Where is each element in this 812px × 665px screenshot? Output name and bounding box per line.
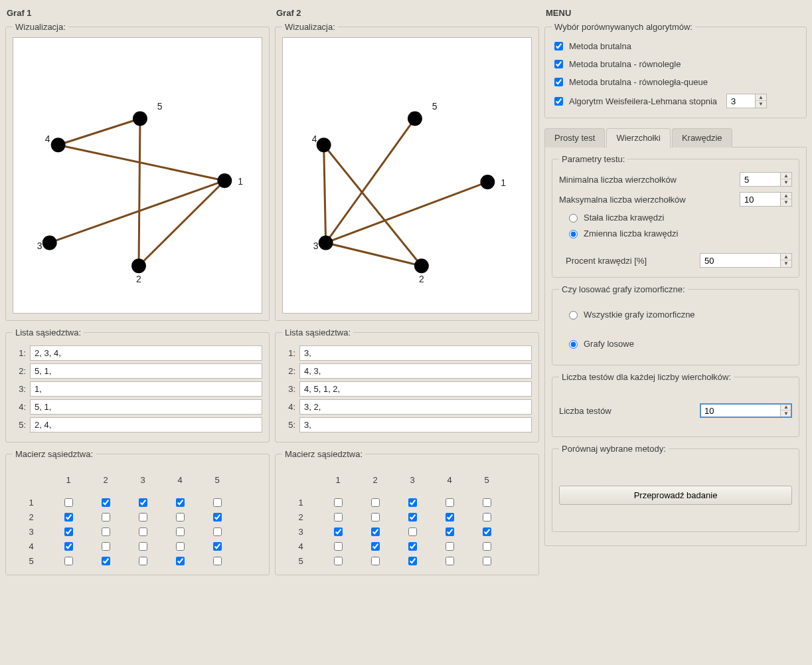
run-button[interactable]: Przeprowadź badanie <box>559 486 792 505</box>
graf2-matrix-cell-4-1[interactable] <box>334 542 343 551</box>
pct-down-icon[interactable]: ▼ <box>781 260 791 267</box>
iso-all-radio[interactable] <box>569 311 578 320</box>
graf1-matrix-cell-1-1[interactable] <box>64 498 73 507</box>
graf1-adj-input-1[interactable] <box>30 345 262 361</box>
tab-vertices[interactable]: Wierzchołki <box>606 128 670 147</box>
min-v-down-icon[interactable]: ▼ <box>781 179 791 186</box>
graf2-matrix-cell-2-4[interactable] <box>446 513 454 522</box>
graf2-title: Graf 2 <box>275 5 539 22</box>
graf2-matrix-cell-3-1[interactable] <box>334 527 343 536</box>
graf1-matrix-cell-2-3[interactable] <box>139 513 147 522</box>
algo-brute-par-q-check[interactable] <box>554 78 563 86</box>
algo-wl-check[interactable] <box>554 97 563 106</box>
graf1-viz-label: Wizualizacja: <box>13 22 68 32</box>
graf1-matrix-cell-1-5[interactable] <box>213 498 222 507</box>
wl-degree-up-icon[interactable]: ▲ <box>756 94 766 101</box>
test-tabs: Prosty test Wierzchołki Krawędzie <box>544 128 807 147</box>
graf2-adj-input-2[interactable] <box>299 363 532 379</box>
graf1-matrix-cell-4-1[interactable] <box>64 542 73 551</box>
graf1-matrix-cell-5-5[interactable] <box>213 557 222 565</box>
graf2-matrix-cell-2-2[interactable] <box>371 513 380 522</box>
graf2-matrix-cell-5-5[interactable] <box>483 557 491 565</box>
graf1-matrix-cell-2-5[interactable] <box>213 513 222 522</box>
graf1-matrix-cell-3-3[interactable] <box>139 527 147 536</box>
graf1-matrix-cell-3-5[interactable] <box>213 527 222 536</box>
graf2-matrix-cell-5-2[interactable] <box>371 557 380 565</box>
graf2-matrix-cell-2-3[interactable] <box>408 513 417 522</box>
graf2-matrix-cell-5-1[interactable] <box>334 557 343 565</box>
graf1-matrix-cell-4-2[interactable] <box>102 542 110 551</box>
graf2-matrix-cell-2-1[interactable] <box>334 513 343 522</box>
graf2-adj-input-5[interactable] <box>299 417 532 432</box>
graph-node <box>42 236 57 250</box>
pct-up-icon[interactable]: ▲ <box>781 254 791 260</box>
tests-spinner[interactable]: ▲▼ <box>700 403 792 418</box>
graf2-adj-input-1[interactable] <box>299 345 532 361</box>
max-v-down-icon[interactable]: ▼ <box>781 199 791 206</box>
graf1-adj-input-2[interactable] <box>30 363 262 379</box>
graf1-matrix-cell-3-2[interactable] <box>102 527 110 536</box>
graf2-matrix-cell-3-5[interactable] <box>483 527 491 536</box>
tests-down-icon[interactable]: ▼ <box>781 411 791 417</box>
graf2-matrix-label: Macierz sąsiedztwa: <box>282 449 365 459</box>
graf2-matrix-cell-1-5[interactable] <box>483 498 491 507</box>
graf1-matrix-cell-4-5[interactable] <box>213 542 222 551</box>
graf1-matrix-cell-3-1[interactable] <box>64 527 73 536</box>
graf1-adj-input-5[interactable] <box>30 417 262 432</box>
min-v-spinner[interactable]: ▲▼ <box>740 172 792 187</box>
graf2-matrix-cell-4-4[interactable] <box>446 542 454 551</box>
algo-brute-par-check[interactable] <box>554 60 563 68</box>
graf2-matrix-cell-2-5[interactable] <box>483 513 491 522</box>
graf1-matrix-cell-1-3[interactable] <box>139 498 147 507</box>
min-v-input[interactable] <box>740 173 780 186</box>
graf1-matrix-cell-5-3[interactable] <box>139 557 147 565</box>
graf1-matrix-cell-5-2[interactable] <box>102 557 110 565</box>
graf2-matrix-cell-1-3[interactable] <box>408 498 417 507</box>
graf2-matrix-cell-5-4[interactable] <box>446 557 454 565</box>
pct-spinner[interactable]: ▲▼ <box>700 253 792 268</box>
tests-label: Liczba testów <box>559 406 611 416</box>
algo-brute-check[interactable] <box>554 42 563 50</box>
graf2-matrix-cell-3-2[interactable] <box>371 527 380 536</box>
graf2-matrix-cell-1-1[interactable] <box>334 498 343 507</box>
edges-var-radio[interactable] <box>569 230 578 238</box>
min-v-up-icon[interactable]: ▲ <box>781 173 791 179</box>
max-v-spinner[interactable]: ▲▼ <box>740 192 792 207</box>
tab-simple[interactable]: Prosty test <box>544 128 605 147</box>
graf2-matrix-cell-3-3[interactable] <box>408 527 417 536</box>
wl-degree-down-icon[interactable]: ▼ <box>756 101 766 108</box>
tab-edges[interactable]: Krawędzie <box>672 128 732 147</box>
graf1-matrix-cell-3-4[interactable] <box>176 527 185 536</box>
graf2-adj-input-4[interactable] <box>299 399 532 415</box>
graf2-matrix-cell-4-5[interactable] <box>483 542 491 551</box>
graf1-matrix-cell-4-3[interactable] <box>139 542 147 551</box>
graf2-matrix-col-1: 1 <box>319 468 357 495</box>
wl-degree-input[interactable] <box>727 94 755 108</box>
graf1-matrix-cell-4-4[interactable] <box>176 542 185 551</box>
graf2-matrix-cell-4-3[interactable] <box>408 542 417 551</box>
graf1-matrix-cell-1-2[interactable] <box>102 498 110 507</box>
tests-up-icon[interactable]: ▲ <box>781 404 791 411</box>
graf1-matrix-cell-2-4[interactable] <box>176 513 185 522</box>
graf2-matrix-cell-4-2[interactable] <box>371 542 380 551</box>
edges-fixed-radio[interactable] <box>569 214 578 223</box>
graf2-matrix-cell-5-3[interactable] <box>408 557 417 565</box>
graf1-adj-input-4[interactable] <box>30 399 262 415</box>
graf2-adj-idx-5: 5: <box>282 420 295 430</box>
wl-degree-spinner[interactable]: ▲ ▼ <box>726 94 767 108</box>
graf1-matrix-cell-5-4[interactable] <box>176 557 185 565</box>
graf2-adj-input-3[interactable] <box>299 381 532 397</box>
graf2-matrix-cell-1-4[interactable] <box>446 498 454 507</box>
graf1-matrix-cell-2-2[interactable] <box>102 513 110 522</box>
graf1-matrix-cell-1-4[interactable] <box>176 498 185 507</box>
graf1-adj-input-3[interactable] <box>30 381 262 397</box>
pct-input[interactable] <box>700 254 780 267</box>
max-v-up-icon[interactable]: ▲ <box>781 193 791 199</box>
iso-rand-radio[interactable] <box>569 340 578 349</box>
graf1-matrix-cell-5-1[interactable] <box>64 557 73 565</box>
graf2-matrix-cell-1-2[interactable] <box>371 498 380 507</box>
tests-input[interactable] <box>700 404 780 417</box>
graf2-matrix-cell-3-4[interactable] <box>446 527 454 536</box>
max-v-input[interactable] <box>740 193 780 206</box>
graf1-matrix-cell-2-1[interactable] <box>64 513 73 522</box>
